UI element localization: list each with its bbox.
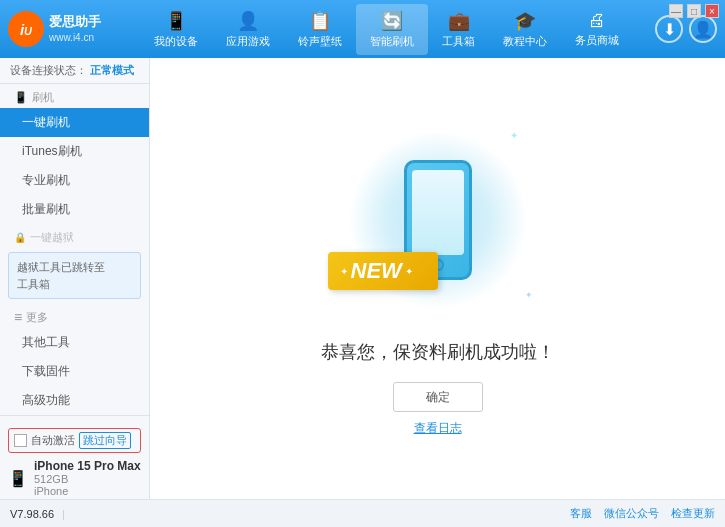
new-star-left: ✦ [340, 266, 348, 277]
sidebar-section-jailbreak: 🔒 一键越狱 [0, 224, 149, 248]
ringtones-icon: 📋 [309, 10, 331, 32]
auto-activate-checkbox[interactable] [14, 434, 27, 447]
flash-section-icon: 📱 [14, 91, 28, 104]
user-button[interactable]: 👤 [689, 15, 717, 43]
sidebar-item-pro-flash[interactable]: 专业刷机 [0, 166, 149, 195]
log-link[interactable]: 查看日志 [414, 420, 462, 437]
logo-icon: iU [8, 11, 44, 47]
download-button[interactable]: ⬇ [655, 15, 683, 43]
sparkle-icon-1: ✦ [348, 135, 360, 151]
header: iU 爱思助手 www.i4.cn 📱 我的设备 👤 应用游戏 📋 铃声壁纸 🔄 [0, 0, 725, 58]
close-button[interactable]: × [705, 4, 719, 18]
sidebar-section-flash: 📱 刷机 [0, 84, 149, 108]
nav-my-device[interactable]: 📱 我的设备 [140, 4, 212, 55]
smart-flash-icon: 🔄 [381, 10, 403, 32]
new-star-right: ✦ [405, 266, 413, 277]
success-message: 恭喜您，保资料刷机成功啦！ [321, 340, 555, 364]
auto-activate-row: 自动激活 跳过向导 [8, 428, 141, 453]
nav-ringtones[interactable]: 📋 铃声壁纸 [284, 4, 356, 55]
minimize-button[interactable]: — [669, 4, 683, 18]
device-row: 📱 iPhone 15 Pro Max 512GB iPhone [8, 457, 141, 499]
nav-bar: 📱 我的设备 👤 应用游戏 📋 铃声壁纸 🔄 智能刷机 💼 工具箱 🎓 [118, 4, 655, 55]
device-phone-icon: 📱 [8, 469, 28, 488]
confirm-button[interactable]: 确定 [393, 382, 483, 412]
status-bar: V7.98.66 | 客服 微信公众号 检查更新 [0, 499, 725, 527]
new-banner: ✦ NEW ✦ [328, 252, 438, 302]
sidebar-item-itunes-flash[interactable]: iTunes刷机 [0, 137, 149, 166]
connection-status: 设备连接状态： 正常模式 [0, 58, 149, 84]
guide-button[interactable]: 跳过向导 [79, 432, 131, 449]
main-content: ✦ ✦ ✦ ✦ NEW ✦ 恭喜您，保资料刷机成功啦！ [150, 58, 725, 499]
more-section-icon: ≡ [14, 309, 22, 325]
apps-icon: 👤 [237, 10, 259, 32]
sparkle-icon-3: ✦ [525, 290, 533, 300]
maximize-button[interactable]: □ [687, 4, 701, 18]
sidebar-bottom: 自动激活 跳过向导 📱 iPhone 15 Pro Max 512GB iPho… [0, 415, 149, 499]
sidebar-item-download-firmware[interactable]: 下载固件 [0, 357, 149, 386]
nav-business[interactable]: 🖨 务员商城 [561, 4, 633, 54]
jailbreak-notice: 越狱工具已跳转至 工具箱 [8, 252, 141, 299]
main-layout: 设备连接状态： 正常模式 📱 刷机 一键刷机 iTunes刷机 专业刷机 批量刷… [0, 58, 725, 499]
sidebar-item-other-tools[interactable]: 其他工具 [0, 328, 149, 357]
lock-icon: 🔒 [14, 232, 26, 243]
device-area: 自动激活 跳过向导 📱 iPhone 15 Pro Max 512GB iPho… [0, 422, 149, 499]
phone-screen [412, 170, 464, 255]
my-device-icon: 📱 [165, 10, 187, 32]
sidebar-item-batch-flash[interactable]: 批量刷机 [0, 195, 149, 224]
sidebar-item-one-key-flash[interactable]: 一键刷机 [0, 108, 149, 137]
new-ribbon: ✦ NEW ✦ [328, 252, 438, 290]
status-links: 客服 微信公众号 检查更新 [570, 506, 715, 521]
sparkle-icon-2: ✦ [510, 130, 518, 141]
window-controls: — □ × [669, 4, 719, 18]
nav-toolbox[interactable]: 💼 工具箱 [428, 4, 489, 55]
nav-tutorial[interactable]: 🎓 教程中心 [489, 4, 561, 55]
logo-area: iU 爱思助手 www.i4.cn [8, 11, 118, 47]
tutorial-icon: 🎓 [514, 10, 536, 32]
sidebar: 设备连接状态： 正常模式 📱 刷机 一键刷机 iTunes刷机 专业刷机 批量刷… [0, 58, 150, 499]
nav-smart-flash[interactable]: 🔄 智能刷机 [356, 4, 428, 55]
logo-text: 爱思助手 www.i4.cn [49, 14, 101, 44]
nav-apps[interactable]: 👤 应用游戏 [212, 4, 284, 55]
sidebar-item-advanced[interactable]: 高级功能 [0, 386, 149, 415]
header-right: ⬇ 👤 [655, 15, 717, 43]
wechat-link[interactable]: 微信公众号 [604, 506, 659, 521]
business-icon: 🖨 [588, 10, 606, 31]
new-label: NEW [351, 258, 402, 284]
sidebar-section-more: ≡ 更多 [0, 303, 149, 328]
phone-illustration: ✦ ✦ ✦ ✦ NEW ✦ [328, 120, 548, 320]
toolbox-icon: 💼 [448, 10, 470, 32]
device-info: iPhone 15 Pro Max 512GB iPhone [34, 459, 141, 497]
customer-service-link[interactable]: 客服 [570, 506, 592, 521]
check-update-link[interactable]: 检查更新 [671, 506, 715, 521]
